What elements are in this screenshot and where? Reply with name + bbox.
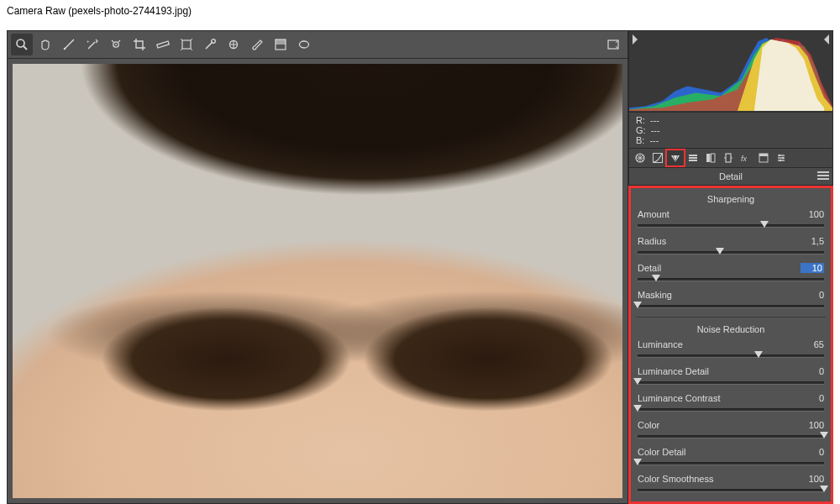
histogram[interactable] [628, 30, 833, 113]
slider-label: Luminance Contrast [638, 393, 720, 403]
panel-header: Detail [628, 168, 833, 186]
panel-tabs: fx [628, 149, 833, 168]
r-label: R: [636, 115, 645, 125]
slider-color-detail: Color Detail 0 [638, 447, 824, 467]
tab-fx-icon[interactable]: fx [738, 150, 754, 165]
divider [636, 317, 826, 318]
window-title: Camera Raw (pexels-photo-2744193.jpg) [7, 5, 192, 17]
color-sampler-tool-icon[interactable]: + [81, 34, 103, 55]
slider-thumb-icon[interactable] [633, 405, 642, 412]
slider-thumb-icon[interactable] [652, 275, 660, 281]
tab-curve-icon[interactable] [649, 150, 666, 165]
slider-value[interactable]: 100 [804, 209, 824, 219]
spot-removal-tool-icon[interactable] [199, 34, 221, 55]
crop-tool-icon[interactable] [129, 34, 150, 55]
targeted-adjust-tool-icon[interactable] [105, 34, 127, 55]
slider-value[interactable]: 0 [804, 366, 824, 376]
tab-calibration-icon[interactable] [755, 150, 772, 165]
slider-thumb-icon[interactable] [760, 221, 769, 228]
tab-split-icon[interactable] [702, 150, 719, 165]
slider-track[interactable] [638, 432, 824, 440]
noise-title: Noise Reduction [638, 324, 824, 334]
slider-track[interactable] [638, 486, 824, 494]
slider-thumb-icon[interactable] [820, 432, 828, 438]
tab-lens-icon[interactable] [720, 150, 737, 165]
svg-rect-28 [759, 154, 768, 156]
slider-label: Masking [638, 290, 672, 300]
image-preview[interactable] [7, 59, 628, 504]
svg-rect-18 [689, 155, 697, 156]
slider-luminance: Luminance 65 [638, 339, 824, 360]
slider-track[interactable] [638, 351, 824, 360]
slider-thumb-icon[interactable] [820, 486, 828, 492]
r-value: --- [650, 115, 659, 125]
white-balance-tool-icon[interactable] [58, 34, 80, 55]
slider-value[interactable]: 10 [801, 263, 824, 273]
slider-label: Color [638, 420, 659, 430]
slider-masking: Masking 0 [638, 290, 824, 310]
svg-text:+: + [87, 39, 90, 44]
slider-value[interactable]: 0 [804, 393, 824, 403]
slider-color: Color 100 [638, 420, 824, 440]
zoom-tool-icon[interactable] [11, 34, 33, 55]
slider-track[interactable] [638, 302, 824, 310]
slider-value[interactable]: 0 [804, 290, 824, 300]
tab-presets-icon[interactable] [773, 150, 790, 165]
slider-value[interactable]: 100 [804, 420, 824, 430]
svg-text:fx: fx [741, 155, 748, 163]
sharpening-title: Sharpening [638, 194, 824, 204]
svg-point-0 [17, 39, 24, 47]
detail-panel: Sharpening Amount 100 Radius 1,5 [628, 186, 833, 504]
svg-rect-6 [157, 41, 170, 48]
g-label: G: [636, 125, 646, 135]
slider-track[interactable] [638, 248, 824, 256]
slider-label: Color Smoothness [638, 474, 714, 484]
slider-value[interactable]: 65 [804, 339, 824, 349]
panel-menu-icon[interactable] [817, 171, 829, 181]
svg-point-5 [115, 44, 117, 45]
slider-thumb-icon[interactable] [754, 351, 763, 358]
g-value: --- [651, 125, 660, 135]
tab-detail-icon[interactable] [667, 150, 684, 165]
transform-tool-icon[interactable] [176, 34, 197, 55]
svg-rect-23 [726, 154, 731, 162]
slider-track[interactable] [638, 275, 824, 283]
slider-value[interactable]: 100 [804, 474, 824, 484]
slider-thumb-icon[interactable] [633, 459, 642, 465]
b-label: B: [636, 135, 644, 145]
tab-hsl-icon[interactable] [685, 150, 701, 165]
straighten-tool-icon[interactable] [152, 34, 174, 55]
svg-point-34 [780, 160, 781, 161]
slider-thumb-icon[interactable] [716, 248, 724, 255]
b-value: --- [649, 135, 659, 145]
hand-tool-icon[interactable] [34, 34, 56, 55]
slider-label: Color Detail [638, 447, 685, 457]
slider-thumb-icon[interactable] [633, 378, 642, 385]
toggle-filmstrip-icon[interactable] [602, 34, 624, 55]
window-titlebar: Camera Raw (pexels-photo-2744193.jpg) [0, 0, 840, 23]
slider-luminance-detail: Luminance Detail 0 [638, 366, 824, 386]
svg-point-32 [779, 155, 780, 156]
slider-thumb-icon[interactable] [633, 302, 642, 308]
tab-basic-icon[interactable] [632, 150, 648, 165]
graduated-filter-tool-icon[interactable] [270, 34, 291, 55]
histogram-graph [629, 31, 832, 111]
slider-value[interactable]: 0 [804, 447, 824, 457]
slider-track[interactable] [638, 378, 824, 386]
radial-filter-tool-icon[interactable] [293, 34, 315, 55]
slider-track[interactable] [638, 459, 824, 467]
svg-point-8 [212, 39, 216, 44]
slider-label: Amount [638, 209, 669, 219]
adjustment-brush-tool-icon[interactable] [246, 34, 268, 55]
slider-label: Luminance Detail [638, 366, 709, 376]
svg-rect-21 [706, 154, 711, 162]
slider-track[interactable] [638, 221, 824, 229]
panel-title: Detail [719, 171, 743, 181]
svg-rect-20 [689, 160, 697, 161]
redeye-tool-icon[interactable] [223, 34, 244, 55]
slider-value[interactable]: 1,5 [804, 236, 824, 246]
slider-label: Radius [638, 236, 666, 246]
svg-rect-19 [689, 157, 697, 159]
top-toolbar: + [7, 30, 628, 59]
slider-track[interactable] [638, 405, 824, 413]
